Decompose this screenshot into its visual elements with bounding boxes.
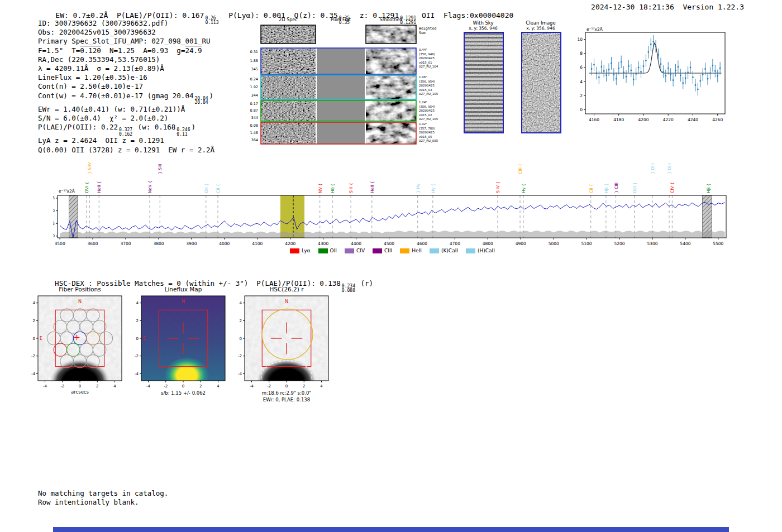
info-plae-poii: P(LAE)/P(OII): 0.220.3270.162 (w: 0.1680…	[38, 123, 239, 136]
data-point	[633, 79, 634, 80]
legend-item: (H)CaII	[466, 248, 495, 253]
zoom-y-tick-label: 6	[580, 65, 583, 70]
footer-line-2: Row intentionally blank.	[38, 498, 139, 507]
panel-y-tick-label: -4	[135, 372, 139, 376]
panel-y-tick-label: 4	[240, 301, 242, 305]
svg-text:Hγ {: Hγ {	[521, 184, 526, 193]
svg-text:CII {: CII {	[216, 184, 221, 193]
info-ewr: EWr = 1.40(±0.41) (w: 0.71(±0.21))Å	[38, 105, 239, 114]
data-point	[687, 72, 688, 73]
svg-text:Hδ {: Hδ {	[330, 184, 335, 193]
hsc-image-area: N	[245, 296, 328, 394]
svg-text:OII {: OII {	[204, 184, 209, 193]
cutout-row-annotations: 1.06"(356, 954)20200425v015_03027_RU_105	[419, 75, 450, 97]
spectrum-x-tick-label: 3800	[153, 241, 164, 246]
spectrum-x-tick-label: 4600	[417, 241, 427, 246]
sky-noise-overlay	[465, 33, 503, 132]
legend-color-patch	[466, 248, 475, 253]
spectrum-x-tick-label: 4900	[516, 241, 526, 246]
fiber-xlabel: arcsecs	[38, 389, 122, 395]
legend-item: OII	[318, 248, 337, 253]
data-point	[675, 70, 676, 71]
spectrum-x-tick-label: 4500	[384, 241, 394, 246]
emission-line-label: SiII {	[349, 183, 354, 193]
data-point	[695, 84, 696, 85]
hsc-caption-1: m:18.6 rc:2.9" s:0.0"	[236, 390, 337, 396]
zoom-y-tick-label: 10	[577, 37, 583, 42]
lineflux-blob	[164, 357, 209, 394]
lineflux-caption: s/b: 1.15 +/- 0.062	[133, 390, 233, 396]
legend-label: Lyα	[302, 248, 310, 253]
data-point	[665, 75, 666, 76]
svg-text:} Hγ: } Hγ	[416, 183, 421, 193]
clean-noise	[522, 33, 560, 132]
cutout-smoothed	[366, 75, 416, 99]
plae-fraction-2: 0.2460.11	[177, 128, 190, 136]
info-sn-chi2: S/N = 6.0(±0.4) χ² = 2.0(±0.2)	[38, 114, 239, 123]
zoom-x-tick-label: 4180	[613, 117, 624, 122]
svg-text:HeII {: HeII {	[370, 181, 375, 193]
zoom-y-tick-label: 2	[580, 93, 583, 98]
panel-y-tick-label: -4	[31, 372, 36, 376]
emission-line-label: Hγ {	[521, 184, 526, 193]
clean-image	[522, 33, 560, 132]
emission-line-label: } OIII	[650, 163, 655, 174]
svg-text:SiIV {: SiIV {	[495, 181, 500, 193]
data-point	[683, 82, 684, 83]
emission-line-label: OII {	[204, 184, 209, 193]
emission-line-label: SiIV {	[495, 181, 500, 193]
cutout-pixelflat	[317, 122, 365, 144]
cutout-row-left-labels: 0.081.48364	[242, 122, 258, 144]
cutout-2dspec	[261, 100, 316, 121]
data-point	[678, 66, 679, 67]
weighted-sum-flat	[317, 25, 365, 44]
zoom-x-tick-label: 4160	[589, 117, 599, 122]
cutout-pixelflat	[317, 100, 365, 121]
zoom-y-tick-label: 4	[580, 79, 583, 84]
data-point	[648, 51, 649, 52]
legend-label: CIII	[384, 248, 392, 253]
legend-item: (K)CaII	[430, 248, 458, 253]
panel-y-tick-label: 0	[33, 337, 35, 341]
data-point	[652, 41, 654, 42]
flux-image-area: NE	[141, 296, 225, 394]
spectrum-x-tick-label: 4700	[450, 241, 460, 246]
legend-label: CIV	[356, 248, 365, 253]
data-point	[613, 74, 614, 75]
info-obs: Obs: 20200425v015_3007396632	[38, 28, 239, 37]
detection-info-block: ID: 3007396632 (3007396632.pdf) Obs: 202…	[38, 19, 239, 155]
hsc-plae-fraction: 0.2340.088	[342, 284, 355, 293]
header-timestamp: 2024-12-30 18:21:36 Version 1.22.3	[591, 3, 744, 11]
compass-north-label: N	[285, 299, 288, 304]
panel-y-tick-label: -2	[31, 354, 35, 358]
data-point	[680, 75, 681, 76]
data-point	[655, 46, 656, 47]
info-ra-dec: RA,Dec (220.353394,53.576015)	[38, 55, 239, 64]
with-sky-cutout	[464, 32, 504, 133]
clean-image-title: Clean Image	[504, 20, 577, 26]
cutout-smoothed	[366, 122, 416, 144]
plae-fraction-1: 0.3270.162	[119, 128, 132, 136]
weighted-sum-smoothed	[366, 25, 416, 44]
spectrum-x-tick-label: 5000	[549, 241, 559, 246]
with-sky-image	[465, 33, 503, 132]
data-point	[626, 76, 627, 77]
data-point	[631, 70, 632, 71]
fiber-positions-panel: NE-4-4-2-2002244	[21, 282, 130, 394]
data-point	[692, 76, 693, 78]
emission-line-label: } Hγ	[416, 183, 421, 193]
panel-y-tick-label: -2	[238, 354, 242, 358]
spectrum-x-tick-label: 3500	[55, 241, 65, 246]
panel-y-tick-label: -2	[135, 354, 139, 358]
panel-x-tick-label: 4	[217, 384, 220, 389]
panel-y-tick-label: -4	[238, 372, 242, 376]
svg-text:} SiII: } SiII	[158, 164, 163, 174]
data-point	[596, 73, 597, 74]
legend-label: HeII	[412, 248, 422, 253]
spectrum-y-tick-label: 10	[53, 208, 55, 213]
emission-line-label: CII {	[589, 184, 594, 193]
header-ew-plae: EW: 0.7±0.2Å P(LAE)/P(OII): 0.167	[55, 11, 204, 20]
svg-text:HeII {: HeII {	[97, 181, 102, 193]
data-point	[657, 54, 659, 55]
spectrum-x-tick-label: 5400	[680, 241, 690, 246]
